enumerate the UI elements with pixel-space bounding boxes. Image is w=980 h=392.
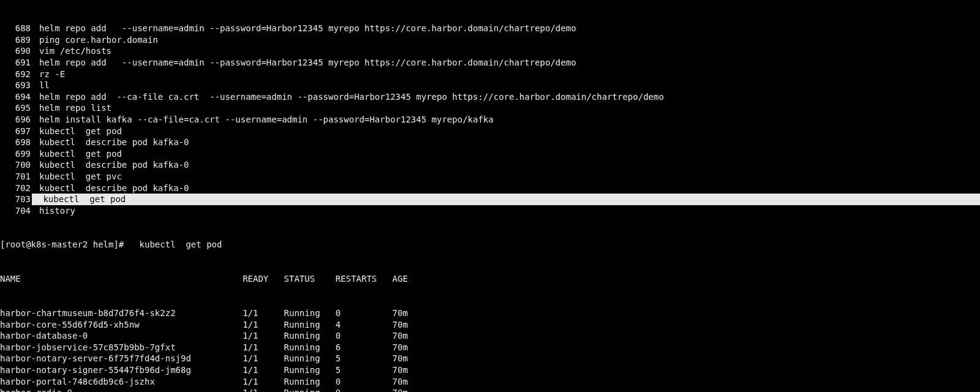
history-line: 689ping core.harbor.domain [0, 34, 980, 46]
history-line: 698kubectl describe pod kafka-0 [0, 137, 980, 148]
history-line: 696helm install kafka --ca-file=ca.crt -… [0, 114, 980, 126]
history-command: ll [32, 80, 50, 91]
history-command: kubectl describe pod kafka-0 [32, 159, 189, 171]
history-command: vim /etc/hosts [32, 45, 111, 57]
history-number: 693 [0, 80, 32, 91]
history-number: 694 [0, 91, 32, 103]
history-number: 700 [0, 159, 32, 171]
pod-row: harbor-portal-748c6db9c6-jszhx 1/1 Runni… [0, 376, 980, 388]
history-command: kubectl get pvc [32, 171, 122, 183]
pod-row: harbor-notary-signer-55447fb96d-jm68g 1/… [0, 364, 980, 376]
history-line: 700kubectl describe pod kafka-0 [0, 159, 980, 171]
history-line: 693ll [0, 80, 980, 91]
history-number: 689 [0, 34, 32, 46]
history-number: 702 [0, 183, 32, 194]
history-number: 701 [0, 171, 32, 183]
command-prompt-kubectl: [root@k8s-master2 helm]# kubectl get pod [0, 239, 980, 251]
terminal-output[interactable]: 688helm repo add --username=admin --pass… [0, 0, 980, 392]
pod-row: harbor-redis-0 1/1 Running 0 70m [0, 387, 980, 392]
history-command: rz -E [32, 69, 65, 80]
history-command: kubectl describe pod kafka-0 [32, 183, 189, 194]
history-number: 704 [0, 205, 32, 217]
history-line: 690vim /etc/hosts [0, 45, 980, 57]
history-line: 703 kubectl get pod [0, 194, 980, 205]
history-line: 694helm repo add --ca-file ca.crt --user… [0, 91, 980, 103]
history-command: kubectl get pod [32, 148, 122, 160]
history-command: kubectl describe pod kafka-0 [32, 137, 189, 148]
history-number: 695 [0, 102, 32, 114]
history-line: 699kubectl get pod [0, 148, 980, 160]
history-command: helm repo add --ca-file ca.crt --usernam… [32, 91, 664, 103]
history-command: helm install kafka --ca-file=ca.crt --us… [32, 114, 494, 126]
pod-row: harbor-core-55d6f76d5-xh5nw 1/1 Running … [0, 319, 980, 331]
pod-row: harbor-notary-server-6f75f7fd4d-nsj9d 1/… [0, 353, 980, 364]
pod-row: harbor-jobservice-57c857b9bb-7gfxt 1/1 R… [0, 342, 980, 353]
history-number: 690 [0, 45, 32, 57]
history-number: 697 [0, 126, 32, 137]
pod-row: harbor-database-0 1/1 Running 0 70m [0, 330, 980, 342]
history-command: helm repo add --username=admin --passwor… [32, 23, 576, 34]
pod-table-header: NAME READY STATUS RESTARTS AGE [0, 273, 980, 285]
history-line: 695helm repo list [0, 102, 980, 114]
history-command: ping core.harbor.domain [32, 34, 158, 46]
history-number: 691 [0, 57, 32, 69]
history-number: 698 [0, 137, 32, 148]
history-number: 688 [0, 23, 32, 34]
history-number: 703 [0, 194, 32, 205]
history-number: 699 [0, 148, 32, 160]
history-line: 688helm repo add --username=admin --pass… [0, 23, 980, 34]
history-line: 704history [0, 205, 980, 217]
history-line: 702kubectl describe pod kafka-0 [0, 183, 980, 194]
history-line: 701kubectl get pvc [0, 171, 980, 183]
history-command-selected: kubectl get pod [32, 194, 980, 205]
history-command: helm repo add --username=admin --passwor… [32, 57, 576, 69]
pod-table-body: harbor-chartmuseum-b8d7d76f4-sk2z2 1/1 R… [0, 307, 980, 392]
history-command: helm repo list [32, 102, 111, 114]
history-line: 691helm repo add --username=admin --pass… [0, 57, 980, 69]
history-line: 697kubectl get pod [0, 126, 980, 137]
history-command: history [32, 205, 75, 217]
pod-row: harbor-chartmuseum-b8d7d76f4-sk2z2 1/1 R… [0, 307, 980, 319]
bash-history: 688helm repo add --username=admin --pass… [0, 23, 980, 216]
history-line: 692rz -E [0, 69, 980, 80]
history-number: 692 [0, 69, 32, 80]
history-command: kubectl get pod [32, 126, 122, 137]
history-number: 696 [0, 114, 32, 126]
